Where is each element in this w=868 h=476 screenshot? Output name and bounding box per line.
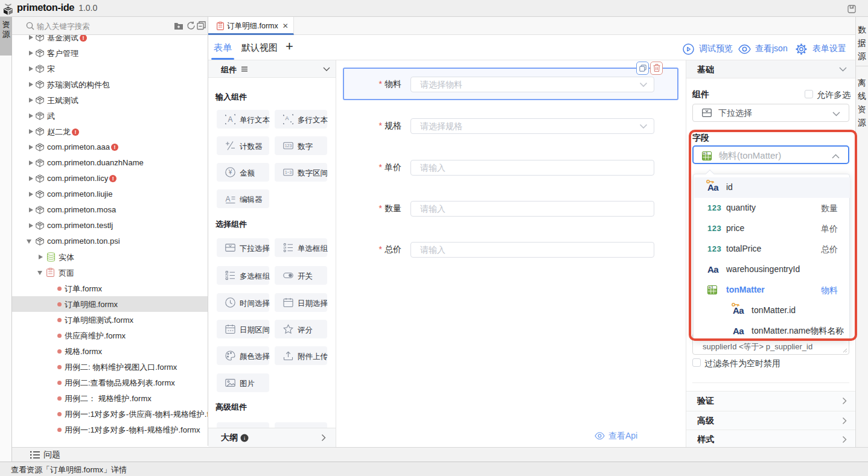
- svg-text:123: 123: [285, 144, 292, 148]
- svg-text:1~3: 1~3: [285, 170, 292, 174]
- svg-text:A: A: [285, 115, 289, 121]
- svg-text:¥: ¥: [228, 169, 232, 176]
- svg-text:A: A: [225, 195, 230, 203]
- svg-text:A: A: [228, 115, 232, 124]
